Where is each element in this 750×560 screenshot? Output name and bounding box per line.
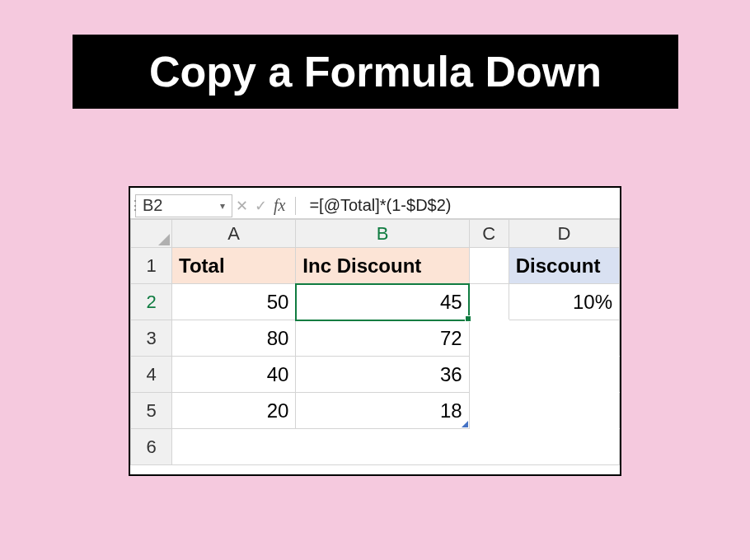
spreadsheet-grid: A B C D 1 Total Inc Discount Discount 2 … [130, 219, 620, 465]
cell-a4[interactable]: 40 [172, 357, 296, 393]
cell-b3[interactable]: 72 [296, 320, 469, 357]
row-header-5[interactable]: 5 [131, 393, 172, 429]
cell-d5[interactable] [509, 393, 619, 429]
cell-a3[interactable]: 80 [172, 320, 296, 357]
cell-c6[interactable] [469, 429, 509, 465]
cell-b1[interactable]: Inc Discount [296, 248, 469, 284]
divider [295, 197, 296, 215]
name-box[interactable]: B2 ▾ [135, 194, 232, 217]
cell-c4[interactable] [469, 357, 509, 393]
chevron-down-icon[interactable]: ▾ [220, 200, 225, 212]
row-header-2[interactable]: 2 [131, 284, 172, 320]
cell-a2[interactable]: 50 [172, 284, 296, 320]
cell-b4[interactable]: 36 [296, 357, 469, 393]
column-header-a[interactable]: A [172, 220, 296, 248]
enter-icon[interactable]: ✓ [255, 197, 267, 215]
cell-c1[interactable] [469, 248, 509, 284]
cell-c2[interactable] [469, 284, 509, 320]
cell-b2[interactable]: 45 [296, 284, 469, 320]
cell-a1[interactable]: Total [172, 248, 296, 284]
cell-d2[interactable]: 10% [509, 284, 619, 320]
cell-b5[interactable]: 18 [296, 393, 469, 429]
select-all-corner[interactable] [131, 220, 172, 248]
row-header-6[interactable]: 6 [131, 429, 172, 465]
cell-d1[interactable]: Discount [509, 248, 619, 284]
formula-bar-buttons: ✕ ✓ fx [232, 196, 288, 215]
column-header-c[interactable]: C [469, 220, 509, 248]
name-box-value: B2 [143, 196, 162, 215]
cancel-icon[interactable]: ✕ [236, 197, 248, 215]
cell-a6[interactable] [172, 429, 296, 465]
cell-c5[interactable] [469, 393, 509, 429]
formula-input[interactable]: =[@Total]*(1-$D$2) [302, 196, 620, 215]
cell-a5[interactable]: 20 [172, 393, 296, 429]
cell-b6[interactable] [296, 429, 469, 465]
excel-window: B2 ▾ ✕ ✓ fx =[@Total]*(1-$D$2) A B C D 1… [129, 186, 621, 476]
cell-d4[interactable] [509, 357, 619, 393]
row-header-4[interactable]: 4 [131, 357, 172, 393]
cell-d6[interactable] [509, 429, 619, 465]
cell-c3[interactable] [469, 320, 509, 357]
formula-bar: B2 ▾ ✕ ✓ fx =[@Total]*(1-$D$2) [130, 188, 620, 219]
row-header-1[interactable]: 1 [131, 248, 172, 284]
page-title: Copy a Formula Down [73, 35, 678, 109]
cell-d3[interactable] [509, 320, 619, 357]
column-header-b[interactable]: B [296, 220, 469, 248]
fx-icon[interactable]: fx [274, 196, 285, 215]
row-header-3[interactable]: 3 [131, 320, 172, 357]
column-header-d[interactable]: D [509, 220, 619, 248]
